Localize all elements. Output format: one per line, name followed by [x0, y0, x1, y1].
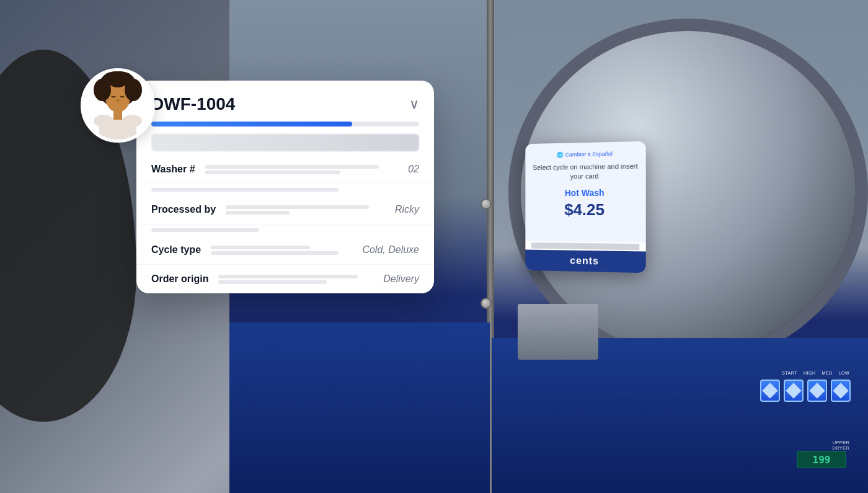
skeleton-line-4a	[218, 275, 358, 278]
screw-2	[480, 298, 492, 309]
washer-skeleton	[205, 165, 399, 174]
cents-brand: cents	[525, 250, 645, 273]
blurred-strip	[151, 134, 419, 151]
cycle-type-value: Cold, Deluxe	[362, 244, 419, 255]
cycle-name: Hot Wash	[533, 187, 638, 198]
order-origin-value: Delivery	[383, 273, 419, 285]
cycle-type-label: Cycle type	[151, 244, 201, 255]
display-value: 199	[813, 454, 831, 466]
svg-point-5	[116, 99, 120, 102]
skeleton-separator-2	[136, 224, 434, 236]
globe-icon: 🌐	[557, 152, 564, 158]
processed-by-label: Processed by	[151, 204, 216, 215]
svg-point-9	[122, 115, 142, 127]
card-header: DWF-1004 ∨	[136, 81, 434, 122]
svg-point-8	[94, 115, 113, 127]
terminal-price: $4.25	[533, 200, 638, 220]
ctrl-btn-3[interactable]	[807, 380, 827, 402]
control-buttons-container	[760, 380, 851, 402]
sep-line-2	[151, 228, 259, 232]
terminal-instruction: Select cycle on machine and insert your …	[533, 162, 638, 182]
ctrl-btn-2[interactable]	[784, 380, 804, 402]
upper-dryer-label: UPPER DRYER	[832, 440, 849, 451]
cents-terminal: 🌐 Cambiar a Español Select cycle on mach…	[525, 141, 645, 273]
skeleton-separator-1	[136, 184, 434, 195]
green-display: 199	[797, 451, 846, 468]
label-start: START	[782, 371, 797, 375]
avatar	[81, 68, 155, 143]
skeleton-line-3b	[211, 251, 339, 255]
origin-skeleton	[218, 275, 373, 284]
card-slot	[531, 242, 639, 250]
washer-value: 02	[408, 164, 419, 175]
blue-panel-right	[492, 338, 868, 493]
label-high: HIGH	[804, 371, 816, 375]
svg-rect-7	[113, 110, 122, 120]
label-low: LOW	[839, 371, 849, 375]
gray-box	[518, 304, 598, 360]
washer-row: Washer # 02	[136, 155, 434, 184]
cycle-skeleton	[211, 246, 352, 255]
diamond-icon-1	[762, 383, 777, 398]
processed-by-row: Processed by Ricky	[136, 195, 434, 224]
diamond-icon-2	[786, 383, 801, 398]
washer-label: Washer #	[151, 164, 195, 175]
processed-by-value: Ricky	[395, 204, 419, 215]
label-dryer: DRYER	[832, 445, 849, 451]
chevron-down-icon[interactable]: ∨	[409, 96, 419, 112]
avatar-person-svg	[84, 71, 152, 140]
skeleton-line-4b	[218, 280, 327, 284]
ctrl-btn-4[interactable]	[831, 380, 851, 402]
order-id: DWF-1004	[151, 94, 235, 114]
skeleton-line-2a	[226, 205, 369, 209]
screw-1	[480, 198, 492, 210]
cents-screen: 🌐 Cambiar a Español Select cycle on mach…	[525, 141, 645, 242]
blue-panel-left: 5 x 🧺 5 x 🧺	[229, 322, 490, 493]
cycle-type-row: Cycle type Cold, Deluxe	[136, 236, 434, 265]
skeleton-line-3a	[211, 246, 310, 249]
diamond-icon-4	[833, 383, 848, 398]
skeleton-line-2b	[226, 211, 290, 215]
skeleton-line-1b	[205, 171, 340, 174]
sep-line-1	[151, 188, 339, 192]
skeleton-line-1a	[205, 165, 379, 169]
ctrl-btn-1[interactable]	[760, 380, 780, 402]
progress-bar-fill	[151, 122, 352, 127]
control-labels-row: START HIGH MED LOW	[782, 371, 849, 375]
diamond-icon-3	[809, 383, 825, 398]
progress-bar-bg	[151, 122, 419, 127]
label-med: MED	[822, 371, 832, 375]
label-upper: UPPER	[832, 440, 849, 445]
order-origin-row: Order origin Delivery	[136, 265, 434, 293]
language-toggle[interactable]: 🌐 Cambiar a Español	[533, 150, 638, 158]
progress-bar-container	[136, 122, 434, 130]
order-card: DWF-1004 ∨ Washer # 02 Processed by Rick…	[136, 81, 434, 293]
order-origin-label: Order origin	[151, 273, 208, 285]
processed-skeleton	[226, 205, 385, 215]
